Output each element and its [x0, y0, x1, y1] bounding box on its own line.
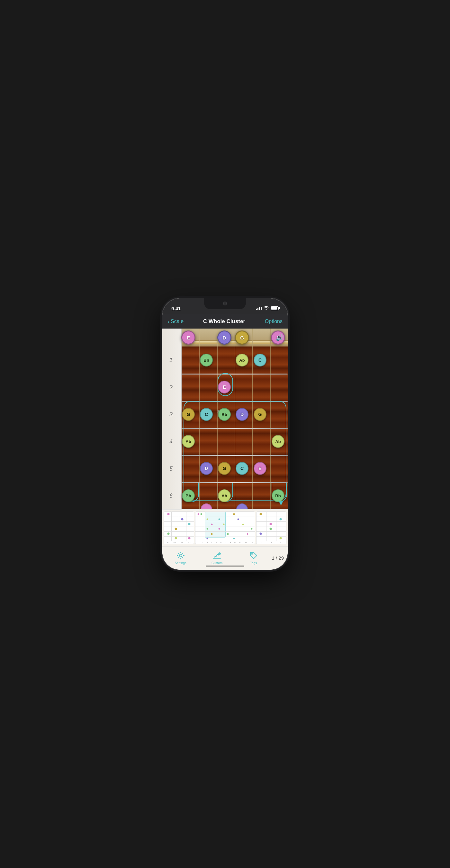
- note-f3-c-s2[interactable]: C: [200, 408, 213, 421]
- note-f3-g-s5[interactable]: G: [254, 408, 266, 421]
- custom-icon: [213, 551, 222, 560]
- tab-tags[interactable]: Tags: [235, 551, 271, 565]
- speaker-icon[interactable]: 🔊: [276, 334, 284, 341]
- notch: [204, 298, 246, 309]
- note-f3-g-s1[interactable]: G: [182, 408, 195, 421]
- mini-fretboard-2[interactable]: 123456789101112: [195, 512, 255, 544]
- scroll-down-button[interactable]: ▼: [278, 499, 285, 507]
- note-f6-ab-s3[interactable]: Ab: [218, 489, 231, 502]
- nav-bar: ‹ Scale C Whole Cluster Options: [162, 314, 288, 329]
- battery-icon: [271, 306, 279, 310]
- mini-fretboard-1[interactable]: 9101112: [164, 512, 194, 544]
- settings-label: Settings: [175, 561, 186, 565]
- note-f5-e-s5[interactable]: E: [254, 462, 266, 475]
- tab-counter: 1 / 29: [271, 555, 288, 561]
- note-open-d-string3[interactable]: D: [217, 331, 231, 345]
- signal-icon: [256, 307, 262, 310]
- note-open-e-string1[interactable]: E: [181, 331, 195, 345]
- status-time: 9:41: [171, 306, 181, 311]
- tags-icon: [249, 551, 258, 560]
- note-f4-ab-s6[interactable]: Ab: [271, 435, 285, 448]
- custom-label: Custom: [212, 561, 222, 565]
- note-f5-c-s4[interactable]: C: [235, 462, 249, 475]
- home-indicator: [206, 565, 244, 567]
- note-open-g-string4[interactable]: G: [235, 331, 249, 345]
- mini-fb-2-numbers: 123456789101112: [195, 541, 255, 544]
- status-bar: 9:41: [162, 298, 288, 314]
- note-f4-ab-s1[interactable]: Ab: [182, 435, 195, 448]
- tab-custom[interactable]: Custom: [199, 551, 235, 565]
- back-chevron-icon: ‹: [167, 318, 169, 325]
- mini-fb-1-numbers: 9101112: [164, 541, 194, 544]
- note-f5-g-s3[interactable]: G: [218, 462, 231, 475]
- page-title: C Whole Cluster: [203, 318, 245, 325]
- note-f3-bb-s3[interactable]: Bb: [218, 408, 231, 421]
- note-f6-bb-s1[interactable]: Bb: [182, 489, 195, 502]
- fretboard-container: 🔊: [162, 329, 288, 509]
- options-button[interactable]: Options: [265, 318, 283, 324]
- svg-point-0: [179, 554, 182, 557]
- note-f2-e-s3[interactable]: E: [218, 381, 231, 394]
- wifi-icon: [264, 306, 269, 311]
- svg-point-2: [251, 554, 252, 555]
- note-f3-d-s4[interactable]: D: [235, 408, 249, 421]
- tab-settings[interactable]: Settings: [162, 551, 199, 565]
- tags-label: Tags: [250, 561, 257, 565]
- back-button[interactable]: ‹ Scale: [167, 318, 184, 325]
- mini-fretboard-panel: 9101112: [162, 509, 288, 546]
- mini-fb-3-numbers: 123: [257, 541, 286, 544]
- status-icons: [256, 306, 279, 311]
- note-f1-ab-s4[interactable]: Ab: [235, 353, 249, 367]
- position-counter: 1 / 29: [271, 555, 284, 561]
- settings-icon: [176, 551, 185, 560]
- phone-frame: 9:41: [162, 298, 288, 570]
- mini-fretboard-3[interactable]: 123: [256, 512, 287, 544]
- back-label: Scale: [171, 318, 184, 324]
- note-f1-c-s5[interactable]: C: [254, 353, 266, 367]
- screen: 9:41: [162, 298, 288, 570]
- note-f1-bb-s2[interactable]: Bb: [200, 353, 213, 367]
- camera-notch: [223, 302, 227, 305]
- note-f5-d-s2[interactable]: D: [200, 462, 213, 475]
